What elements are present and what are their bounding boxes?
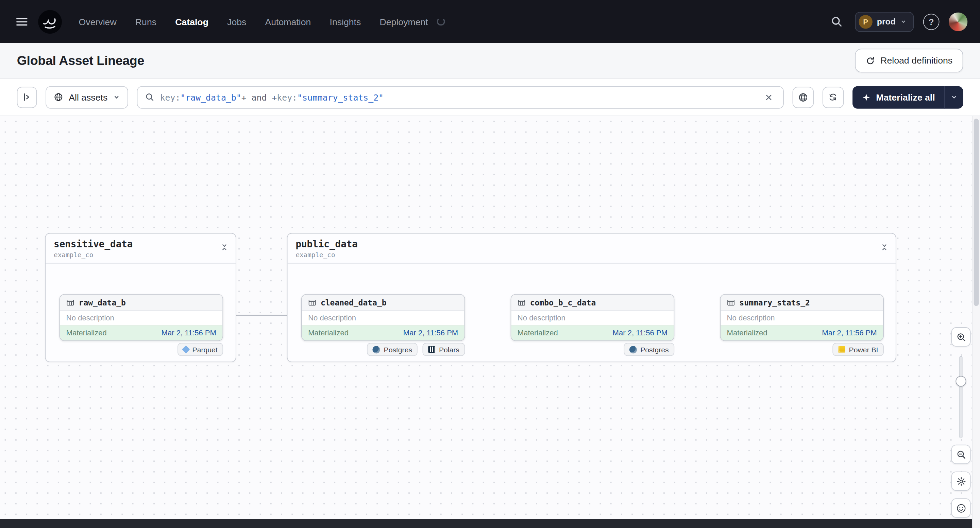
feedback-button[interactable] bbox=[951, 498, 970, 518]
table-icon bbox=[517, 299, 526, 307]
page-header: Global Asset Lineage Reload definitions bbox=[0, 43, 980, 79]
asset-node-header: raw_data_b bbox=[60, 295, 223, 311]
collapse-icon bbox=[221, 244, 228, 251]
status-timestamp[interactable]: Mar 2, 11:56 PM bbox=[822, 328, 877, 338]
asset-group-public-data: public_data example_co cleaned_data_b No… bbox=[287, 233, 896, 362]
status-timestamp[interactable]: Mar 2, 11:56 PM bbox=[162, 328, 216, 338]
refresh-button[interactable] bbox=[822, 87, 843, 108]
group-header: sensitive_data example_co bbox=[46, 233, 235, 263]
postgres-icon bbox=[372, 346, 380, 353]
table-icon bbox=[727, 299, 735, 307]
nav-item-automation[interactable]: Automation bbox=[265, 17, 311, 27]
zoom-out-icon bbox=[956, 449, 966, 459]
filter-viewport-button[interactable] bbox=[792, 87, 813, 108]
group-subtitle: example_co bbox=[54, 251, 228, 258]
asset-node-header: summary_stats_2 bbox=[721, 295, 883, 311]
parquet-icon bbox=[182, 346, 190, 354]
asset-description: No description bbox=[60, 311, 223, 325]
menu-button[interactable] bbox=[13, 12, 31, 31]
asset-filter-dropdown[interactable]: All assets bbox=[46, 86, 128, 108]
search-button[interactable] bbox=[827, 12, 846, 31]
tag-parquet[interactable]: Parquet bbox=[177, 343, 223, 356]
scrollbar-thumb[interactable] bbox=[974, 119, 979, 306]
nav-item-catalog[interactable]: Catalog bbox=[175, 17, 208, 27]
asset-description: No description bbox=[511, 311, 674, 325]
asset-status-bar: Materialized Mar 2, 11:56 PM bbox=[302, 325, 465, 341]
status-timestamp[interactable]: Mar 2, 11:56 PM bbox=[403, 328, 458, 338]
tag-power-bi[interactable]: Power BI bbox=[833, 343, 884, 356]
asset-tags-row: Parquet bbox=[59, 343, 223, 356]
group-header: public_data example_co bbox=[287, 233, 895, 263]
asset-node-combo-b-c-data[interactable]: combo_b_c_data No description Materializ… bbox=[511, 294, 675, 341]
loading-spinner-icon bbox=[437, 17, 445, 25]
query-token: "raw_data_b" bbox=[180, 92, 241, 102]
query-token: key: bbox=[160, 92, 181, 102]
tag-postgres[interactable]: Postgres bbox=[624, 343, 675, 356]
asset-node-cleaned-data-b[interactable]: cleaned_data_b No description Materializ… bbox=[301, 294, 465, 341]
asset-status-bar: Materialized Mar 2, 11:56 PM bbox=[60, 325, 223, 341]
query-text: key:"raw_data_b"+ and +key:"summary_stat… bbox=[160, 92, 383, 102]
materialize-options-button[interactable] bbox=[944, 86, 963, 108]
search-icon bbox=[830, 16, 842, 27]
zoom-out-button[interactable] bbox=[951, 445, 970, 464]
zoom-in-button[interactable] bbox=[951, 327, 970, 347]
tag-postgres[interactable]: Postgres bbox=[367, 343, 418, 356]
query-token: "summary_stats_2" bbox=[297, 92, 383, 102]
page-title: Global Asset Lineage bbox=[17, 53, 144, 68]
nav-item-insights[interactable]: Insights bbox=[329, 17, 361, 27]
nav-item-jobs[interactable]: Jobs bbox=[227, 17, 246, 27]
collapse-group-button[interactable] bbox=[219, 242, 230, 253]
question-mark-icon: ? bbox=[929, 17, 934, 27]
nav-item-deployment[interactable]: Deployment bbox=[380, 17, 428, 27]
asset-description: No description bbox=[721, 311, 883, 325]
reload-definitions-button[interactable]: Reload definitions bbox=[855, 49, 963, 72]
dagster-logo-icon bbox=[37, 9, 62, 34]
collapse-group-button[interactable] bbox=[879, 242, 890, 253]
materialize-all-label: Materialize all bbox=[876, 92, 935, 102]
collapse-icon bbox=[881, 244, 888, 251]
asset-group-sensitive-data: sensitive_data example_co raw_data_b No … bbox=[45, 233, 236, 362]
group-title: sensitive_data bbox=[54, 238, 228, 250]
tag-label: Power BI bbox=[849, 346, 878, 353]
asset-description: No description bbox=[302, 311, 465, 325]
close-icon bbox=[765, 94, 772, 101]
asset-filter-label: All assets bbox=[69, 92, 107, 102]
powerbi-icon bbox=[838, 346, 845, 353]
status-label: Materialized bbox=[517, 328, 558, 338]
asset-selection-input[interactable]: key:"raw_data_b"+ and +key:"summary_stat… bbox=[137, 86, 784, 108]
help-button[interactable]: ? bbox=[923, 14, 940, 30]
zoom-slider-knob[interactable] bbox=[956, 376, 966, 386]
chevron-down-icon bbox=[900, 18, 907, 25]
deployment-switcher[interactable]: P prod bbox=[855, 11, 914, 32]
clear-search-button[interactable] bbox=[762, 90, 775, 104]
refresh-icon bbox=[828, 92, 838, 102]
open-sidebar-button[interactable] bbox=[17, 87, 37, 108]
graph-settings-button[interactable] bbox=[951, 472, 970, 491]
hamburger-icon bbox=[16, 17, 27, 26]
lineage-canvas[interactable]: sensitive_data example_co raw_data_b No … bbox=[0, 116, 980, 528]
smiley-icon bbox=[956, 503, 966, 513]
asset-node-summary-stats-2[interactable]: summary_stats_2 No description Materiali… bbox=[720, 294, 884, 341]
gear-icon bbox=[956, 476, 966, 486]
asset-name: combo_b_c_data bbox=[530, 298, 596, 308]
materialize-all-button[interactable]: Materialize all bbox=[853, 86, 945, 108]
status-label: Materialized bbox=[66, 328, 107, 338]
zoom-slider-track[interactable] bbox=[959, 356, 963, 439]
query-token: + and + bbox=[242, 92, 277, 102]
nav-item-overview[interactable]: Overview bbox=[79, 17, 117, 27]
asset-tags-row: Postgres bbox=[511, 343, 675, 356]
materialize-split-button: Materialize all bbox=[853, 86, 963, 108]
asset-status-bar: Materialized Mar 2, 11:56 PM bbox=[511, 325, 674, 341]
tag-polars[interactable]: Polars bbox=[423, 343, 465, 356]
search-icon bbox=[145, 92, 155, 102]
asset-node-raw-data-b[interactable]: raw_data_b No description Materialized M… bbox=[59, 294, 223, 341]
primary-nav: Overview Runs Catalog Jobs Automation In… bbox=[79, 17, 428, 27]
status-timestamp[interactable]: Mar 2, 11:56 PM bbox=[613, 328, 668, 338]
scrollbar[interactable] bbox=[972, 116, 980, 528]
sparkle-icon bbox=[862, 93, 870, 101]
user-avatar[interactable] bbox=[949, 12, 967, 31]
nav-item-runs[interactable]: Runs bbox=[135, 17, 156, 27]
dagster-logo[interactable] bbox=[37, 9, 62, 34]
group-title: public_data bbox=[296, 238, 888, 250]
asset-node-header: combo_b_c_data bbox=[511, 295, 674, 311]
